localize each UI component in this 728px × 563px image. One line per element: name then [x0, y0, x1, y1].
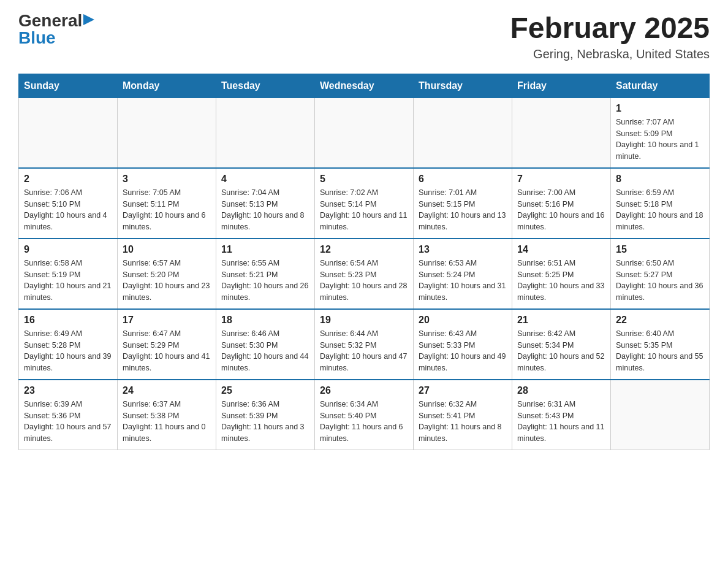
calendar-cell: 11Sunrise: 6:55 AMSunset: 5:21 PMDayligh…	[216, 239, 315, 309]
day-number: 24	[123, 385, 211, 396]
day-number: 16	[24, 315, 112, 326]
day-number: 7	[517, 174, 605, 185]
calendar-subtitle: Gering, Nebraska, United States	[510, 47, 710, 61]
calendar-week-row: 1Sunrise: 7:07 AMSunset: 5:09 PMDaylight…	[19, 98, 710, 168]
day-number: 4	[221, 174, 309, 185]
logo: General Blue	[18, 12, 94, 47]
calendar-cell: 14Sunrise: 6:51 AMSunset: 5:25 PMDayligh…	[512, 239, 611, 309]
weekday-header-row: SundayMondayTuesdayWednesdayThursdayFrid…	[19, 74, 710, 98]
day-info: Sunrise: 6:37 AMSunset: 5:38 PMDaylight:…	[123, 399, 211, 445]
page-header: General Blue February 2025 Gering, Nebra…	[18, 12, 710, 61]
day-info: Sunrise: 6:31 AMSunset: 5:43 PMDaylight:…	[517, 399, 605, 445]
calendar-cell: 6Sunrise: 7:01 AMSunset: 5:15 PMDaylight…	[414, 168, 512, 239]
weekday-header-monday: Monday	[118, 74, 216, 98]
title-block: February 2025 Gering, Nebraska, United S…	[510, 12, 710, 61]
logo-blue: Blue	[18, 29, 56, 47]
calendar-cell: 4Sunrise: 7:04 AMSunset: 5:13 PMDaylight…	[216, 168, 315, 239]
svg-marker-0	[83, 14, 94, 25]
weekday-header-saturday: Saturday	[611, 74, 710, 98]
day-number: 2	[24, 174, 112, 185]
day-info: Sunrise: 6:43 AMSunset: 5:33 PMDaylight:…	[419, 328, 507, 374]
calendar-cell	[216, 98, 315, 168]
calendar-cell: 12Sunrise: 6:54 AMSunset: 5:23 PMDayligh…	[315, 239, 414, 309]
day-info: Sunrise: 6:53 AMSunset: 5:24 PMDaylight:…	[419, 258, 507, 304]
day-number: 26	[320, 385, 408, 396]
calendar-cell: 28Sunrise: 6:31 AMSunset: 5:43 PMDayligh…	[512, 380, 611, 450]
calendar-cell: 15Sunrise: 6:50 AMSunset: 5:27 PMDayligh…	[611, 239, 710, 309]
calendar-cell: 16Sunrise: 6:49 AMSunset: 5:28 PMDayligh…	[19, 309, 118, 380]
day-info: Sunrise: 7:01 AMSunset: 5:15 PMDaylight:…	[419, 187, 507, 233]
day-info: Sunrise: 6:54 AMSunset: 5:23 PMDaylight:…	[320, 258, 408, 304]
calendar-week-row: 2Sunrise: 7:06 AMSunset: 5:10 PMDaylight…	[19, 168, 710, 239]
calendar-cell: 13Sunrise: 6:53 AMSunset: 5:24 PMDayligh…	[414, 239, 512, 309]
calendar-cell: 3Sunrise: 7:05 AMSunset: 5:11 PMDaylight…	[118, 168, 216, 239]
day-number: 10	[123, 244, 211, 255]
day-number: 1	[616, 103, 704, 114]
day-info: Sunrise: 6:42 AMSunset: 5:34 PMDaylight:…	[517, 328, 605, 374]
day-info: Sunrise: 7:02 AMSunset: 5:14 PMDaylight:…	[320, 187, 408, 233]
day-number: 28	[517, 385, 605, 396]
day-info: Sunrise: 7:05 AMSunset: 5:11 PMDaylight:…	[123, 187, 211, 233]
day-number: 12	[320, 244, 408, 255]
day-info: Sunrise: 6:51 AMSunset: 5:25 PMDaylight:…	[517, 258, 605, 304]
day-info: Sunrise: 6:50 AMSunset: 5:27 PMDaylight:…	[616, 258, 704, 304]
day-info: Sunrise: 6:39 AMSunset: 5:36 PMDaylight:…	[24, 399, 112, 445]
logo-general: General	[18, 12, 82, 29]
calendar-cell	[19, 98, 118, 168]
day-number: 20	[419, 315, 507, 326]
calendar-cell	[315, 98, 414, 168]
calendar-cell	[118, 98, 216, 168]
calendar-cell: 1Sunrise: 7:07 AMSunset: 5:09 PMDaylight…	[611, 98, 710, 168]
day-number: 15	[616, 244, 704, 255]
calendar-table: SundayMondayTuesdayWednesdayThursdayFrid…	[18, 74, 710, 450]
calendar-cell: 7Sunrise: 7:00 AMSunset: 5:16 PMDaylight…	[512, 168, 611, 239]
day-number: 23	[24, 385, 112, 396]
day-number: 11	[221, 244, 309, 255]
calendar-cell: 25Sunrise: 6:36 AMSunset: 5:39 PMDayligh…	[216, 380, 315, 450]
weekday-header-friday: Friday	[512, 74, 611, 98]
day-number: 5	[320, 174, 408, 185]
day-number: 8	[616, 174, 704, 185]
calendar-cell: 23Sunrise: 6:39 AMSunset: 5:36 PMDayligh…	[19, 380, 118, 450]
calendar-cell: 21Sunrise: 6:42 AMSunset: 5:34 PMDayligh…	[512, 309, 611, 380]
day-number: 6	[419, 174, 507, 185]
day-number: 17	[123, 315, 211, 326]
day-info: Sunrise: 7:00 AMSunset: 5:16 PMDaylight:…	[517, 187, 605, 233]
calendar-cell	[414, 98, 512, 168]
day-info: Sunrise: 6:57 AMSunset: 5:20 PMDaylight:…	[123, 258, 211, 304]
day-info: Sunrise: 6:32 AMSunset: 5:41 PMDaylight:…	[419, 399, 507, 445]
calendar-cell	[512, 98, 611, 168]
calendar-week-row: 23Sunrise: 6:39 AMSunset: 5:36 PMDayligh…	[19, 380, 710, 450]
logo-arrow-icon	[83, 14, 94, 25]
day-info: Sunrise: 6:55 AMSunset: 5:21 PMDaylight:…	[221, 258, 309, 304]
day-info: Sunrise: 6:36 AMSunset: 5:39 PMDaylight:…	[221, 399, 309, 445]
calendar-cell: 19Sunrise: 6:44 AMSunset: 5:32 PMDayligh…	[315, 309, 414, 380]
calendar-cell: 2Sunrise: 7:06 AMSunset: 5:10 PMDaylight…	[19, 168, 118, 239]
day-info: Sunrise: 6:34 AMSunset: 5:40 PMDaylight:…	[320, 399, 408, 445]
day-number: 3	[123, 174, 211, 185]
calendar-cell: 8Sunrise: 6:59 AMSunset: 5:18 PMDaylight…	[611, 168, 710, 239]
weekday-header-wednesday: Wednesday	[315, 74, 414, 98]
day-info: Sunrise: 6:47 AMSunset: 5:29 PMDaylight:…	[123, 328, 211, 374]
day-info: Sunrise: 7:06 AMSunset: 5:10 PMDaylight:…	[24, 187, 112, 233]
calendar-cell: 18Sunrise: 6:46 AMSunset: 5:30 PMDayligh…	[216, 309, 315, 380]
calendar-cell: 26Sunrise: 6:34 AMSunset: 5:40 PMDayligh…	[315, 380, 414, 450]
day-number: 22	[616, 315, 704, 326]
weekday-header-thursday: Thursday	[414, 74, 512, 98]
calendar-cell: 5Sunrise: 7:02 AMSunset: 5:14 PMDaylight…	[315, 168, 414, 239]
day-number: 25	[221, 385, 309, 396]
calendar-cell	[611, 380, 710, 450]
calendar-cell: 10Sunrise: 6:57 AMSunset: 5:20 PMDayligh…	[118, 239, 216, 309]
day-info: Sunrise: 6:59 AMSunset: 5:18 PMDaylight:…	[616, 187, 704, 233]
day-info: Sunrise: 6:40 AMSunset: 5:35 PMDaylight:…	[616, 328, 704, 374]
day-number: 21	[517, 315, 605, 326]
day-number: 9	[24, 244, 112, 255]
calendar-title: February 2025	[510, 12, 710, 45]
day-number: 14	[517, 244, 605, 255]
calendar-cell: 27Sunrise: 6:32 AMSunset: 5:41 PMDayligh…	[414, 380, 512, 450]
calendar-week-row: 16Sunrise: 6:49 AMSunset: 5:28 PMDayligh…	[19, 309, 710, 380]
weekday-header-sunday: Sunday	[19, 74, 118, 98]
calendar-cell: 17Sunrise: 6:47 AMSunset: 5:29 PMDayligh…	[118, 309, 216, 380]
day-number: 19	[320, 315, 408, 326]
day-info: Sunrise: 6:46 AMSunset: 5:30 PMDaylight:…	[221, 328, 309, 374]
